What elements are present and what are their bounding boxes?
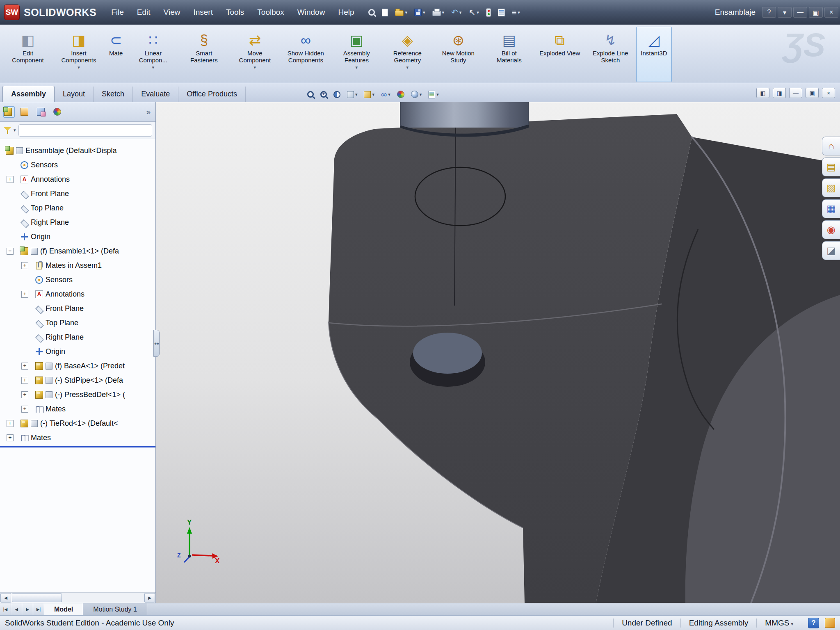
tree-item-annotations-10[interactable]: +Annotations (0, 287, 155, 301)
show-hidden-components-button[interactable]: ∞Show Hidden Components (281, 27, 331, 82)
smart-fasteners-button[interactable]: §Smart Fasteners (179, 27, 229, 82)
tree-expander[interactable]: − (7, 248, 14, 255)
home-button[interactable]: ⌂ (822, 137, 840, 155)
menu-edit[interactable]: Edit (130, 0, 157, 25)
tree-item-front-plane-3[interactable]: Front Plane (0, 187, 155, 201)
edit-component-button[interactable]: ◧Edit Component (3, 27, 53, 82)
tree-expander[interactable]: + (21, 262, 28, 269)
zoom-to-area-button[interactable] (320, 91, 327, 98)
menu-insert[interactable]: Insert (187, 0, 219, 25)
bottom-tab-motion-study-1[interactable]: Motion Study 1 (83, 603, 147, 615)
tree-item-ensamblaje-default-displa-0[interactable]: Ensamblaje (Default<Displa (0, 144, 155, 158)
configurationmanager-tab-icon[interactable] (36, 106, 48, 118)
hide-show-items-button[interactable]: ∞▾ (381, 90, 390, 98)
tab-sketch[interactable]: Sketch (94, 87, 133, 102)
select-cursor-button[interactable]: ↖▾ (466, 6, 481, 18)
view-settings-button[interactable]: ▾ (428, 91, 439, 98)
tree-item-f-basea-1-predet-15[interactable]: +(f) BaseA<1> (Predet (0, 359, 155, 373)
tree-item-tierod-1-default-19[interactable]: +(-) TieRod<1> (Default< (0, 416, 155, 431)
tree-expander[interactable]: + (21, 377, 28, 384)
sheet-properties-button[interactable] (496, 7, 507, 18)
tree-item-stdpipe-1-defa-16[interactable]: +(-) StdPipe<1> (Defa (0, 373, 155, 388)
design-library-button[interactable]: ▤ (822, 158, 840, 176)
tree-item-right-plane-13[interactable]: Right Plane (0, 330, 155, 345)
tree-expander[interactable]: + (21, 363, 28, 370)
tree-expander[interactable]: + (7, 420, 14, 427)
filter-caret-icon[interactable]: ▾ (14, 128, 16, 133)
status-help-icon[interactable]: ? (808, 618, 819, 628)
tree-item-mates-18[interactable]: +Mates (0, 402, 155, 416)
minimize-button[interactable]: — (793, 7, 807, 18)
tree-item-right-plane-5[interactable]: Right Plane (0, 215, 155, 230)
tree-item-pressbeddef-1-17[interactable]: +(-) PressBedDef<1> ( (0, 388, 155, 402)
linear-compon-button[interactable]: ∷Linear Compon...▾ (128, 27, 178, 82)
apply-scene-button[interactable]: ▾ (411, 91, 422, 98)
menu-help[interactable]: Help (331, 0, 361, 25)
tree-item-origin-6[interactable]: Origin (0, 230, 155, 244)
tree-horizontal-scrollbar[interactable]: ◀ ▶ (0, 592, 155, 603)
tree-item-annotations-2[interactable]: +Annotations (0, 172, 155, 187)
filter-funnel-icon[interactable] (3, 126, 12, 135)
pane-split-icon[interactable]: ◨ (773, 88, 786, 98)
view-palette-button[interactable]: ▦ (822, 199, 840, 218)
graphics-viewport[interactable]: Y X Z (156, 102, 840, 603)
tree-filter-field[interactable] (18, 124, 152, 137)
tree-item-top-plane-12[interactable]: Top Plane (0, 316, 155, 330)
move-component-button[interactable]: ⇄Move Component▾ (230, 27, 280, 82)
tab-evaluate[interactable]: Evaluate (133, 87, 178, 102)
tab-scroll-button-3[interactable]: ▶| (33, 603, 44, 615)
tree-expander[interactable]: + (21, 406, 28, 413)
open-button[interactable]: ▾ (393, 7, 409, 18)
propertymanager-tab-icon[interactable] (20, 106, 31, 118)
tab-scroll-button-2[interactable]: ▶ (22, 603, 33, 615)
tree-item-front-plane-11[interactable]: Front Plane (0, 301, 155, 316)
assembly-features-button[interactable]: ▣Assembly Features▾ (331, 27, 381, 82)
bottom-tab-model[interactable]: Model (44, 603, 83, 615)
panel-splitter-handle[interactable]: ●● (153, 330, 160, 357)
zoom-to-fit-button[interactable] (307, 91, 314, 98)
custom-properties-button[interactable]: ◪ (822, 241, 840, 260)
insert-components-button[interactable]: ◨Insert Components▾ (54, 27, 104, 82)
tree-expander[interactable]: + (7, 176, 14, 183)
tab-office-products[interactable]: Office Products (178, 87, 246, 102)
tree-expander[interactable]: + (21, 391, 28, 398)
restore-button[interactable]: ▣ (809, 7, 823, 18)
tree-item-mates-20[interactable]: +Mates (0, 431, 155, 445)
tree-item-sensors-1[interactable]: Sensors (0, 158, 155, 172)
new-document-button[interactable] (380, 7, 390, 18)
print-button[interactable]: ▾ (430, 7, 447, 18)
file-explorer-button[interactable]: ▨ (822, 178, 840, 197)
new-motion-study-button[interactable]: ⊛New Motion Study (433, 27, 483, 82)
mate-button[interactable]: ⊂Mate (105, 27, 127, 82)
explode-line-sketch-button[interactable]: ↯Explode Line Sketch (585, 27, 635, 82)
pane-toggle-icon[interactable]: ◧ (756, 88, 769, 98)
menu-tools[interactable]: Tools (219, 0, 251, 25)
edit-appearance-button[interactable] (397, 91, 404, 98)
menu-view[interactable]: View (157, 0, 187, 25)
status-units[interactable]: MMGS▾ (756, 619, 801, 628)
scroll-left-arrow[interactable]: ◀ (0, 593, 11, 603)
tree-item-top-plane-4[interactable]: Top Plane (0, 201, 155, 215)
tree-expander[interactable]: + (21, 291, 28, 298)
save-button[interactable]: ▾ (412, 7, 427, 18)
close-doc-button[interactable]: × (822, 88, 835, 98)
minimize-doc-button[interactable]: — (789, 88, 802, 98)
rebuild-button[interactable] (484, 6, 493, 19)
tree-item-sensors-9[interactable]: Sensors (0, 273, 155, 287)
appearances-button[interactable]: ◉ (822, 220, 840, 239)
tab-scroll-button-1[interactable]: ◀ (11, 603, 22, 615)
tab-layout[interactable]: Layout (55, 87, 94, 102)
instant3d-button[interactable]: ◿Instant3D (636, 27, 671, 82)
view-orientation-button[interactable]: ▾ (347, 91, 358, 98)
options-button[interactable]: ≡▾ (510, 6, 522, 18)
section-view-button[interactable] (333, 91, 340, 98)
search-button[interactable] (366, 7, 377, 18)
tree-item-f-ensamble1-1-defa-7[interactable]: −(f) Ensamble1<1> (Defa (0, 244, 155, 258)
help-caret[interactable]: ▾ (778, 7, 792, 18)
undo-button[interactable]: ↶▾ (449, 6, 463, 18)
scroll-thumb[interactable] (12, 593, 62, 602)
close-button[interactable]: × (824, 7, 838, 18)
quick-tips-icon[interactable] (825, 618, 835, 628)
menu-toolbox[interactable]: Toolbox (251, 0, 291, 25)
tab-assembly[interactable]: Assembly (2, 86, 55, 102)
